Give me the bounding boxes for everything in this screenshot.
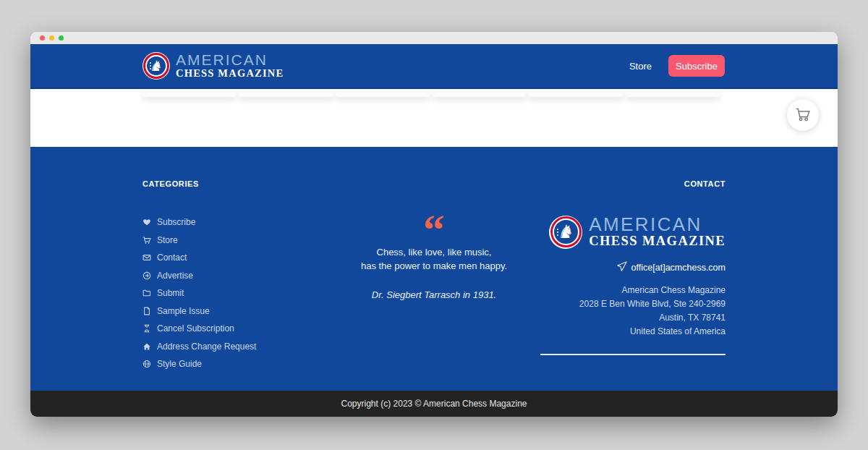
brand-name-top: AMERICAN (176, 52, 284, 67)
footer-category-link[interactable]: Advertise (142, 267, 256, 285)
contact-divider (540, 354, 726, 355)
footer-category-label: Store (157, 235, 178, 245)
footer-category-label: Contact (157, 252, 187, 263)
footer-category-link[interactable]: Address Change Request (142, 338, 256, 356)
shopping-cart-icon (795, 106, 811, 124)
footer-category-link[interactable]: Submit (142, 284, 256, 302)
content-band (30, 89, 838, 147)
quote-line-2: has the power to make men happy. (326, 259, 542, 273)
footer-category-label: Submit (157, 288, 184, 298)
arrow-circle-icon (142, 271, 151, 280)
hourglass-icon (142, 324, 151, 333)
home-icon (142, 342, 151, 351)
close-window-button[interactable] (40, 35, 45, 41)
contact-email-text: office[at]acmchess.com (631, 263, 726, 273)
footer-category-link[interactable]: Cancel Subscription (142, 320, 256, 338)
product-card-edge[interactable] (239, 90, 333, 97)
browser-window: ♞ AMERICAN CHESS MAGAZINE Store Subscrib… (30, 32, 838, 417)
brand-name-bottom: CHESS MAGAZINE (589, 234, 726, 249)
categories-column: CATEGORIES Subscribe Store Contact Adver… (142, 179, 256, 373)
address-line: Austin, TX 78741 (540, 311, 726, 325)
brand-name-bottom: CHESS MAGAZINE (176, 67, 284, 80)
copyright-bar: Copyright (c) 2023 © American Chess Maga… (30, 391, 838, 417)
address-line: United States of America (540, 325, 726, 339)
footer-category-label: Advertise (157, 271, 193, 281)
footer-category-label: Style Guide (157, 359, 202, 369)
quote-mark-icon: “ (326, 213, 542, 245)
site-header: ♞ AMERICAN CHESS MAGAZINE Store Subscrib… (30, 44, 838, 89)
footer-category-link[interactable]: Contact (142, 249, 256, 267)
footer-logo: ♞ AMERICAN CHESS MAGAZINE (540, 215, 726, 249)
product-card-edge[interactable] (433, 90, 527, 97)
send-icon (617, 261, 627, 273)
cart-icon (142, 236, 151, 245)
heart-icon (142, 218, 151, 226)
footer-category-link[interactable]: Style Guide (142, 355, 256, 373)
footer-category-label: Sample Issue (157, 306, 210, 316)
site-footer: CATEGORIES Subscribe Store Contact Adver… (30, 147, 838, 391)
nav-store-link[interactable]: Store (629, 61, 652, 72)
product-card-edge[interactable] (336, 90, 430, 97)
contact-email-link[interactable]: office[at]acmchess.com (540, 261, 726, 273)
categories-heading: CATEGORIES (142, 179, 256, 188)
quote-block: “ Chess, like love, like music, has the … (326, 213, 542, 300)
categories-list: Subscribe Store Contact Advertise Submit (142, 213, 256, 373)
contact-address: American Chess Magazine2028 E Ben White … (540, 284, 726, 339)
product-card-edge[interactable] (142, 90, 237, 97)
footer-category-link[interactable]: Store (142, 232, 256, 250)
copyright-text: Copyright (c) 2023 © American Chess Maga… (341, 399, 527, 409)
footer-category-link[interactable]: Subscribe (142, 213, 256, 232)
minimize-window-button[interactable] (49, 35, 54, 41)
brand-name-top: AMERICAN (589, 215, 726, 234)
address-line: 2028 E Ben White Blvd, Ste 240-2969 (540, 297, 726, 311)
maximize-window-button[interactable] (59, 35, 64, 41)
globe-icon (142, 360, 151, 368)
quote-line-1: Chess, like love, like music, (326, 245, 542, 259)
footer-category-label: Address Change Request (157, 341, 256, 352)
envelope-icon (142, 253, 151, 262)
product-card-edge[interactable] (529, 90, 623, 97)
subscribe-button[interactable]: Subscribe (668, 55, 725, 77)
logo-knight-icon: ♞ (142, 52, 170, 80)
folder-icon (142, 289, 151, 297)
contact-column: CONTACT ♞ AMERICAN CHESS MAGAZINE (540, 179, 726, 355)
footer-category-link[interactable]: Sample Issue (142, 302, 256, 320)
product-card-edge[interactable] (626, 90, 720, 97)
header-logo[interactable]: ♞ AMERICAN CHESS MAGAZINE (142, 52, 284, 80)
quote-attribution: Dr. Siegbert Tarrasch in 1931. (326, 289, 542, 300)
window-titlebar (30, 32, 838, 44)
shopping-cart-button[interactable] (787, 99, 819, 131)
footer-category-label: Subscribe (157, 217, 195, 227)
contact-heading: CONTACT (540, 179, 726, 188)
address-line: American Chess Magazine (540, 284, 726, 297)
logo-knight-icon: ♞ (549, 216, 582, 249)
footer-category-label: Cancel Subscription (157, 323, 234, 334)
document-icon (142, 307, 151, 315)
